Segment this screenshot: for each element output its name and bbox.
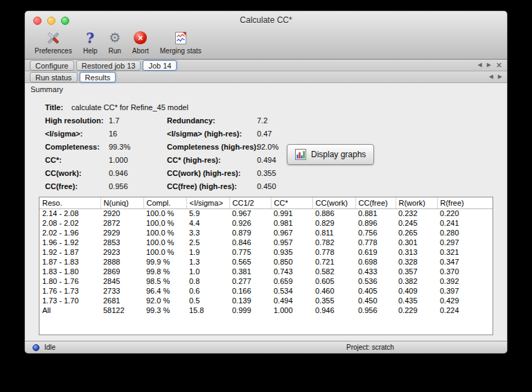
table-cell: 99.9 %: [143, 257, 186, 267]
table-cell: 0.392: [437, 276, 493, 286]
column-header: CC1/2: [229, 197, 271, 208]
table-cell: 0.429: [437, 296, 493, 305]
merging-stats-button[interactable]: Merging stats: [160, 28, 202, 55]
subtabs-prev-icon[interactable]: ◀: [489, 74, 493, 80]
table-row[interactable]: 1.92 - 1.872923100.0 %1.90.7750.9350.778…: [39, 247, 493, 257]
table-row[interactable]: 1.96 - 1.922853100.0 %2.50.8460.9570.782…: [39, 238, 493, 247]
tabs-prev-icon[interactable]: ◀: [477, 62, 481, 68]
table-cell: 2.14 - 2.08: [39, 208, 100, 218]
tab-restored-job-13[interactable]: Restored job 13: [76, 60, 141, 71]
minimize-window-button[interactable]: [47, 17, 55, 25]
summary-value: 1.000: [109, 154, 167, 167]
run-button[interactable]: ⚙Run: [109, 28, 121, 55]
summary-title-row: Title:calculate CC* for Refine_45 model: [45, 101, 188, 114]
table-cell: 0.8: [186, 276, 229, 286]
summary-label: CC(free) (high-res):: [167, 180, 257, 193]
table-cell: 1.92 - 1.87: [39, 247, 100, 257]
table-cell: 0.582: [312, 267, 355, 276]
table-cell: 0.397: [437, 286, 493, 296]
subtab-results[interactable]: Results: [80, 72, 116, 82]
tab-close-icon[interactable]: ✕: [496, 62, 502, 69]
table-cell: 0.301: [396, 238, 437, 247]
table-cell: 0.881: [355, 208, 396, 218]
run-icon: ⚙: [109, 28, 121, 47]
table-cell: 0.999: [229, 305, 271, 315]
sub-tab-nav: ◀ ▶: [489, 71, 502, 82]
table-row[interactable]: All5812299.3 %15.80.9991.0000.9460.9560.…: [39, 305, 493, 315]
titlebar[interactable]: Calculate CC*: [25, 11, 507, 28]
summary-label: High resolution:: [45, 114, 109, 127]
table-cell: 1.96 - 1.92: [39, 238, 100, 247]
table-row[interactable]: 1.80 - 1.76284598.5 %0.80.2770.6590.6050…: [39, 276, 493, 286]
summary-label: CC(free):: [45, 180, 109, 193]
summary-value: 16: [109, 127, 167, 141]
table-cell: 0.328: [396, 257, 437, 267]
table-cell: 0.220: [437, 208, 493, 218]
main-tab-nav: ◀ ▶ ✕: [477, 60, 502, 71]
results-table-panel[interactable]: Reso.N(uniq)Compl.<I/sigma>CC1/2CC*CC(wo…: [39, 197, 493, 335]
table-cell: 0.347: [437, 257, 493, 267]
table-cell: 1.3: [186, 257, 229, 267]
table-row[interactable]: 2.14 - 2.082920100.0 %5.90.9670.9910.886…: [39, 208, 493, 218]
table-cell: 0.370: [437, 267, 493, 276]
zoom-window-button[interactable]: [61, 17, 69, 25]
table-cell: 0.605: [312, 276, 355, 286]
table-cell: 0.241: [437, 218, 493, 228]
column-header: R(work): [396, 197, 437, 208]
close-window-button[interactable]: [33, 17, 42, 25]
table-cell: 0.534: [271, 286, 312, 296]
summary-label: CC(work) (high-res):: [167, 167, 257, 180]
tabs-next-icon[interactable]: ▶: [487, 62, 491, 68]
table-cell: 0.313: [396, 247, 437, 257]
summary-value: 1.7: [109, 114, 167, 127]
statusbar: Idle Project: scratch: [25, 341, 507, 353]
summary-label: Completeness (high-res):: [167, 141, 257, 154]
results-table-body: 2.14 - 2.082920100.0 %5.90.9670.9910.886…: [39, 208, 493, 315]
sub-tab-strip: Run statusResults: [30, 72, 118, 82]
abort-button[interactable]: ×Abort: [132, 28, 149, 55]
display-graphs-button[interactable]: Display graphs: [287, 144, 374, 165]
subtab-run-status[interactable]: Run status: [30, 72, 78, 82]
subtabs-next-icon[interactable]: ▶: [498, 74, 502, 80]
table-cell: 0.166: [229, 286, 271, 296]
preferences-icon: [46, 28, 61, 47]
table-cell: 0.956: [355, 305, 396, 315]
table-row[interactable]: 2.02 - 1.962929100.0 %3.30.8790.9670.811…: [39, 228, 493, 238]
table-row[interactable]: 1.83 - 1.80286999.8 %1.00.3810.7430.5820…: [39, 267, 493, 276]
summary-label: CC*:: [45, 154, 109, 167]
table-cell: 0.896: [355, 218, 396, 228]
table-cell: 0.229: [396, 305, 437, 315]
table-cell: 0.659: [271, 276, 312, 286]
table-cell: 100.0 %: [143, 238, 186, 247]
tab-configure[interactable]: Configure: [30, 60, 74, 71]
table-cell: 0.565: [229, 257, 271, 267]
help-button[interactable]: ?Help: [83, 28, 98, 55]
summary-title-label: Title:: [45, 103, 63, 112]
table-row[interactable]: 2.08 - 2.022872100.0 %4.40.9260.9810.829…: [39, 218, 493, 228]
table-cell: 96.4 %: [143, 286, 186, 296]
table-cell: 0.935: [271, 247, 312, 257]
table-cell: 0.886: [312, 208, 355, 218]
column-header: CC(work): [312, 197, 355, 208]
merging-stats-label: Merging stats: [160, 47, 202, 55]
preferences-button[interactable]: Preferences: [35, 28, 72, 55]
tab-job-14[interactable]: Job 14: [143, 60, 177, 71]
table-row[interactable]: 1.87 - 1.83288899.9 %1.30.5650.8500.7210…: [39, 257, 493, 267]
table-cell: 0.355: [312, 296, 355, 305]
help-icon: ?: [86, 28, 94, 47]
main-tab-strip: ConfigureRestored job 13Job 14: [30, 60, 179, 71]
window-header: Calculate CC* Preferences?Help⚙Run×Abort…: [25, 11, 507, 60]
merging-stats-icon: [173, 28, 188, 47]
bar-chart-icon: [295, 149, 306, 160]
summary-label: <I/sigma> (high-res):: [167, 127, 257, 141]
table-cell: 0.946: [312, 305, 355, 315]
summary-value: 0.450: [257, 180, 278, 193]
table-cell: 99.3 %: [143, 305, 186, 315]
sub-tab-bar: Run statusResults ◀ ▶: [25, 71, 507, 83]
table-cell: 2872: [100, 218, 143, 228]
abort-label: Abort: [132, 47, 149, 55]
table-row[interactable]: 1.76 - 1.73273396.4 %0.60.1660.5340.4600…: [39, 286, 493, 296]
table-cell: 2920: [100, 208, 143, 218]
summary-value: 0.47: [257, 127, 278, 141]
table-row[interactable]: 1.73 - 1.70268192.0 %0.50.1390.4940.3550…: [39, 296, 493, 305]
